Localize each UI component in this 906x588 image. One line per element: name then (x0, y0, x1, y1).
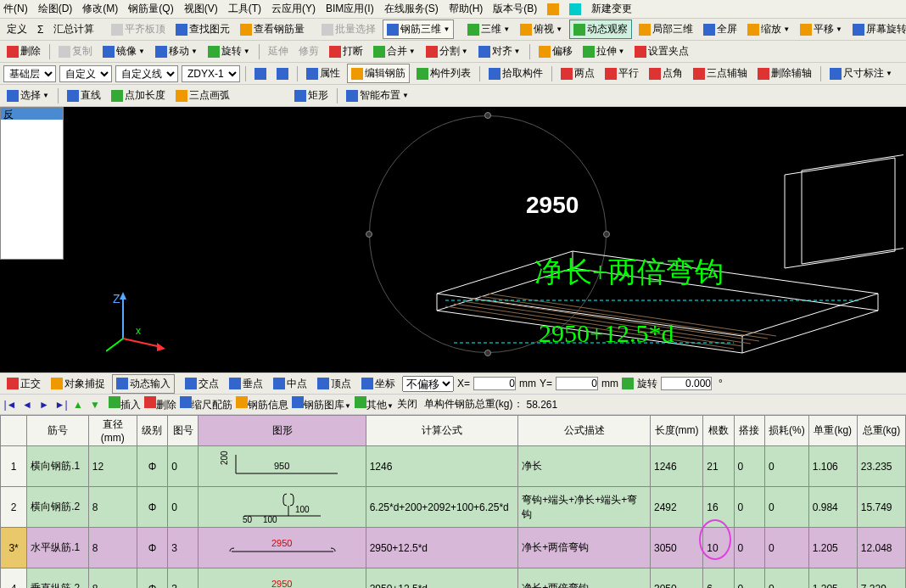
redo-button[interactable] (273, 66, 292, 81)
orbit-handle-left[interactable] (366, 231, 372, 238)
menu-version[interactable]: 版本号(B) (493, 2, 537, 16)
dynview-button[interactable]: 动态观察 (569, 20, 632, 39)
viewport-3d[interactable]: 反 2950 (0, 107, 906, 372)
delete-row-button[interactable]: 删除 (144, 396, 176, 412)
menu-bim[interactable]: BIM应用(I) (326, 2, 374, 16)
coord-snap[interactable]: 坐标 (358, 375, 399, 393)
cell-unit[interactable]: 1.205 (808, 528, 857, 568)
line-button[interactable]: 直线 (64, 87, 104, 104)
pan-button[interactable]: 平移▼ (797, 20, 846, 38)
cell-unit[interactable]: 1.205 (808, 568, 857, 589)
intersect-snap[interactable]: 交点 (182, 375, 222, 393)
vertex-snap[interactable]: 顶点 (314, 375, 355, 393)
cell-dia[interactable]: 8 (88, 568, 137, 589)
cell-grade[interactable]: Φ (137, 528, 167, 568)
grippt-button[interactable]: 设置夹点 (631, 42, 692, 60)
screenrot-button[interactable]: 屏幕旋转 (849, 20, 906, 38)
nav-prev[interactable]: ◄ (20, 398, 34, 412)
menu-help[interactable]: 帮助(H) (449, 2, 484, 16)
cell-len[interactable]: 1246 (650, 446, 702, 487)
cell-dia[interactable]: 12 (88, 446, 137, 487)
rot-input[interactable] (661, 377, 712, 390)
ptlen-button[interactable]: 点加长度 (108, 87, 169, 104)
menu-online[interactable]: 在线服务(S) (384, 2, 439, 16)
cell-dia[interactable]: 8 (88, 487, 137, 528)
cell-formula[interactable]: 1246 (366, 446, 518, 487)
cell-len[interactable]: 3050 (650, 568, 702, 589)
threeptaux-button[interactable]: 三点辅轴 (690, 64, 751, 82)
rebarlib-button[interactable]: 钢筋图库▼ (292, 396, 351, 412)
cell-formula[interactable]: 2950+12.5*d (366, 568, 518, 589)
flattop-button[interactable]: 平齐板顶 (108, 20, 169, 38)
cell-fig[interactable]: 3 (168, 568, 199, 589)
mirror-button[interactable]: 镜像▼ (99, 42, 148, 60)
twopt-button[interactable]: 两点 (557, 64, 598, 82)
rotate-button[interactable]: 旋转▼ (204, 42, 254, 60)
cell-shape[interactable]: 50100100 (199, 487, 366, 528)
menu-file[interactable]: 件(N) (3, 2, 28, 16)
cell-shape[interactable]: 200950 (199, 446, 366, 487)
define-button[interactable]: 定义 (3, 20, 31, 38)
col-formula[interactable]: 计算公式 (366, 416, 518, 446)
cell-shape[interactable]: 2950 (199, 528, 366, 568)
cell-total[interactable]: 12.048 (857, 528, 905, 568)
icon-2[interactable] (569, 3, 581, 15)
cell-lap[interactable]: 0 (734, 568, 764, 589)
cell-name[interactable]: 水平纵筋.1 (27, 528, 89, 568)
dyninput-toggle[interactable]: 动态输入 (112, 374, 175, 394)
sigma-button[interactable]: Σ (34, 22, 47, 37)
delete-button[interactable]: 删除 (3, 42, 44, 60)
editrebar-button[interactable]: 编辑钢筋 (347, 64, 410, 83)
cell-loss[interactable]: 0 (764, 487, 808, 528)
ortho-toggle[interactable]: 正交 (3, 375, 44, 393)
cell-grade[interactable]: Φ (137, 487, 167, 528)
y-input[interactable] (556, 377, 598, 390)
cell-count[interactable]: 21 (703, 446, 734, 487)
cell-total[interactable]: 7.229 (857, 568, 905, 589)
cell-loss[interactable]: 0 (764, 446, 808, 487)
parallel-button[interactable]: 平行 (601, 64, 642, 82)
arc3pt-button[interactable]: 三点画弧 (172, 87, 233, 104)
smartlayout-button[interactable]: 智能布置▼ (343, 87, 412, 104)
offset-button[interactable]: 偏移 (535, 42, 576, 60)
cell-total[interactable]: 15.749 (857, 487, 905, 528)
rect-button[interactable]: 矩形 (291, 87, 332, 104)
col-len[interactable]: 长度(mm) (650, 416, 702, 446)
batchsel-button[interactable]: 批量选择 (318, 20, 379, 38)
scalerebar-button[interactable]: 缩尺配筋 (180, 396, 232, 412)
table-row[interactable]: 1 横向钢筋.1 12 Φ 0 200950 1246 净长 1246 21 0… (1, 446, 906, 487)
fullscreen-button[interactable]: 全屏 (700, 20, 741, 38)
cell-count[interactable]: 10 (703, 528, 734, 568)
col-fig[interactable]: 图号 (168, 416, 199, 446)
dimanno-button[interactable]: 尺寸标注▼ (826, 64, 896, 82)
cell-desc[interactable]: 弯钩+端头+净长+端头+弯钩 (518, 487, 651, 528)
cell-len[interactable]: 2492 (650, 487, 702, 528)
viewrebar-button[interactable]: 查看钢筋量 (237, 20, 308, 38)
x-input[interactable] (473, 377, 516, 390)
layer-select[interactable]: 基础层 (3, 65, 56, 82)
local3d-button[interactable]: 局部三维 (635, 20, 696, 38)
orbit-handle-top[interactable] (484, 112, 491, 119)
cell-formula[interactable]: 2950+12.5*d (366, 528, 518, 568)
table-row[interactable]: 3* 水平纵筋.1 8 Φ 3 2950 2950+12.5*d 净长+两倍弯钩… (1, 528, 906, 568)
code-select[interactable]: ZDYX-1 (182, 65, 240, 82)
extend-button[interactable]: 延伸 (265, 42, 292, 60)
nav-next[interactable]: ► (37, 398, 51, 412)
nav-down[interactable]: ▼ (88, 398, 102, 412)
finddwg-button[interactable]: 查找图元 (172, 20, 233, 38)
cell-name[interactable]: 横向钢筋.2 (27, 487, 89, 528)
rebarinfo-button[interactable]: 钢筋信息 (236, 396, 288, 412)
close-button[interactable]: 关闭 (397, 397, 417, 412)
menu-cloud[interactable]: 云应用(Y) (271, 2, 316, 16)
col-shape[interactable]: 图形 (199, 416, 366, 446)
cell-fig[interactable]: 3 (168, 528, 199, 568)
cell-desc[interactable]: 净长 (518, 446, 651, 487)
menu-rebar[interactable]: 钢筋量(Q) (128, 2, 173, 16)
copy-button[interactable]: 复制 (55, 42, 96, 60)
nav-first[interactable]: |◄ (3, 398, 17, 412)
cell-unit[interactable]: 1.106 (808, 446, 857, 487)
customline-select[interactable]: 自定义线 (115, 65, 178, 82)
merge-button[interactable]: 合并▼ (370, 42, 419, 60)
cell-unit[interactable]: 0.984 (808, 487, 857, 528)
cell-fig[interactable]: 0 (168, 487, 199, 528)
